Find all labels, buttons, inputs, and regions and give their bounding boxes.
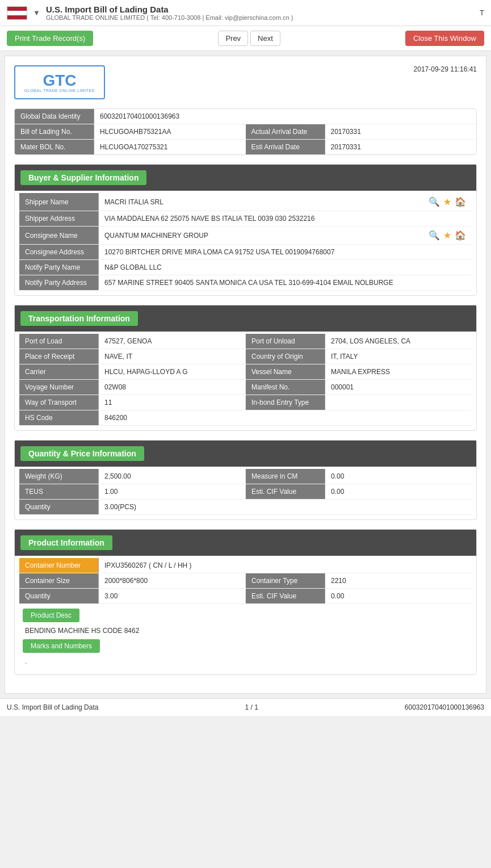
product-qty-col: Quantity 3.00 — [19, 589, 245, 603]
vessel-name-label: Vessel Name — [246, 364, 325, 379]
shipper-name-value: MACRI ITALIA SRL 🔍 ★ 🏠 — [99, 193, 472, 211]
product-quantity-value: 3.00 — [99, 589, 245, 603]
teus-cif-row: TEUS 1.00 Esti. CIF Value 0.00 — [19, 484, 472, 500]
vessel-name-value: MANILA EXPRESS — [325, 364, 472, 379]
receipt-col: Place of Receipt NAVE, IT — [19, 349, 245, 364]
next-button[interactable]: Next — [250, 31, 280, 46]
home-icon[interactable]: 🏠 — [455, 196, 466, 207]
star-icon-2[interactable]: ★ — [443, 230, 451, 241]
esti-arrival-label: Esti Arrival Date — [246, 140, 325, 154]
transportation-header: Transportation Information — [15, 305, 476, 332]
quantity-value: 3.00(PCS) — [99, 500, 472, 514]
product-esti-cif-value: 0.00 — [325, 589, 472, 603]
container-size-type-row: Container Size 2000*806*800 Container Ty… — [19, 573, 472, 589]
shipper-icons: 🔍 ★ 🏠 — [429, 196, 466, 207]
carrier-vessel-row: Carrier HLCU, HAPAG-LLOYD A G Vessel Nam… — [19, 364, 472, 380]
notify-address-row: Notify Party Address 657 MARINE STREET 9… — [19, 275, 472, 291]
weight-col: Weight (KG) 2,500.00 — [19, 469, 245, 484]
quantity-price-header: Quantity & Price Information — [15, 441, 476, 467]
home-icon-2[interactable]: 🏠 — [455, 230, 466, 241]
carrier-value: HLCU, HAPAG-LLOYD A G — [99, 364, 245, 379]
master-bol-value: HLCUGOA170275321 — [94, 140, 246, 154]
bol-row: Bill of Lading No. HLCUGOAHB75321AA Actu… — [15, 124, 476, 140]
product-desc-button[interactable]: Product Desc — [23, 609, 79, 622]
star-icon[interactable]: ★ — [443, 196, 451, 207]
inbond-col: In-bond Entry Type — [245, 395, 472, 410]
marks-numbers-button[interactable]: Marks and Numbers — [23, 639, 100, 653]
port-unload-col: Port of Unload 2704, LOS ANGELES, CA — [245, 334, 472, 349]
way-transport-value: 11 — [99, 395, 245, 410]
transportation-section: Transportation Information Port of Load … — [14, 305, 477, 431]
container-number-row: Container Number IPXU3560267 ( CN / L / … — [19, 558, 472, 573]
voyage-manifest-row: Voyage Number 02W08 Manifest No. 000001 — [19, 380, 472, 395]
measure-col: Measure in CM 0.00 — [245, 469, 472, 484]
marks-value: . — [19, 655, 472, 670]
marks-btn-row: Marks and Numbers — [19, 637, 472, 655]
search-icon[interactable]: 🔍 — [429, 196, 440, 207]
global-data-identity-label: Global Data Identity — [15, 109, 94, 124]
product-desc-btn-row: Product Desc — [19, 604, 472, 624]
consignee-address-value: 10270 BIRTCHER DRIVE MIRA LOMA CA 91752 … — [99, 245, 472, 259]
print-button[interactable]: Print Trade Record(s) — [7, 31, 93, 46]
carrier-label: Carrier — [19, 364, 99, 379]
manifest-value: 000001 — [325, 380, 472, 395]
voyage-label: Voyage Number — [19, 380, 99, 395]
flag-dropdown-icon[interactable]: ▼ — [33, 9, 40, 17]
carrier-col: Carrier HLCU, HAPAG-LLOYD A G — [19, 364, 245, 379]
transport-inbond-row: Way of Transport 11 In-bond Entry Type — [19, 395, 472, 410]
shipper-address-label: Shipper Address — [19, 211, 99, 226]
weight-value: 2,500.00 — [99, 469, 245, 484]
hs-code-label: HS Code — [19, 410, 99, 425]
product-qty-cif-row: Quantity 3.00 Esti. CIF Value 0.00 — [19, 589, 472, 604]
vessel-col: Vessel Name MANILA EXPRESS — [245, 364, 472, 379]
product-quantity-label: Quantity — [19, 589, 99, 603]
footer-right: 600320170401000136963 — [405, 703, 484, 711]
top-header: ▼ U.S. Import Bill of Lading Data GLOBAL… — [0, 0, 491, 26]
hs-code-row: HS Code 846200 — [19, 410, 472, 426]
shipper-name-label: Shipper Name — [19, 193, 99, 211]
footer-bar: U.S. Import Bill of Lading Data 1 / 1 60… — [0, 698, 491, 716]
container-number-label: Container Number — [19, 558, 99, 573]
global-data-row: Global Data Identity 6003201704010001369… — [15, 109, 476, 124]
toolbar: Print Trade Record(s) Prev Next Close Th… — [0, 26, 491, 51]
close-button[interactable]: Close This Window — [405, 31, 484, 46]
product-desc-text: BENDING MACHINE HS CODE 8462 — [19, 624, 472, 637]
country-origin-label: Country of Origin — [246, 349, 325, 364]
notify-party-name-label: Notify Party Name — [19, 260, 99, 275]
container-type-label: Container Type — [246, 573, 325, 588]
product-info-header: Product Information — [15, 530, 476, 556]
transportation-body: Port of Load 47527, GENOA Port of Unload… — [15, 332, 476, 430]
container-size-label: Container Size — [19, 573, 99, 588]
actual-arrival-label: Actual Arrival Date — [246, 124, 325, 139]
master-bol-row: Mater BOL No. HLCUGOA170275321 Esti Arri… — [15, 140, 476, 154]
port-unload-value: 2704, LOS ANGELES, CA — [325, 334, 472, 349]
product-info-body: Container Number IPXU3560267 ( CN / L / … — [15, 556, 476, 674]
main-content: GTC GLOBAL TRADE ONLINE LIMITED 2017-09-… — [5, 56, 486, 694]
footer-center: 1 / 1 — [245, 703, 258, 711]
logo-text: GTC — [43, 73, 76, 89]
container-size-col: Container Size 2000*806*800 — [19, 573, 245, 588]
measure-value: 0.00 — [325, 469, 472, 484]
inbond-entry-value — [325, 395, 472, 410]
product-info-title: Product Information — [20, 535, 112, 550]
timestamp: 2017-09-29 11:16:41 — [414, 65, 477, 73]
quantity-label: Quantity — [19, 500, 99, 514]
way-transport-label: Way of Transport — [19, 395, 99, 410]
country-origin-value: IT, ITALY — [325, 349, 472, 364]
notify-party-address-value: 657 MARINE STREET 90405 SANTA MONICA CA … — [99, 275, 472, 290]
place-receipt-value: NAVE, IT — [99, 349, 245, 364]
consignee-address-row: Consignee Address 10270 BIRTCHER DRIVE M… — [19, 245, 472, 260]
search-icon-2[interactable]: 🔍 — [429, 230, 440, 241]
consignee-address-label: Consignee Address — [19, 245, 99, 259]
esti-cif-value: 0.00 — [325, 484, 472, 499]
teus-label: TEUS — [19, 484, 99, 499]
shipper-address-value: VIA MADDALENA 62 25075 NAVE BS ITALIA TE… — [99, 211, 472, 226]
port-load-value: 47527, GENOA — [99, 334, 245, 349]
esti-arrival-value: 20170331 — [325, 140, 477, 154]
buyer-supplier-title: Buyer & Supplier Information — [20, 170, 146, 185]
manifest-col: Manifest No. 000001 — [245, 380, 472, 395]
esti-cif-label: Esti. CIF Value — [246, 484, 325, 499]
weight-label: Weight (KG) — [19, 469, 99, 484]
prev-button[interactable]: Prev — [218, 31, 248, 46]
bol-no-label: Bill of Lading No. — [15, 124, 94, 139]
